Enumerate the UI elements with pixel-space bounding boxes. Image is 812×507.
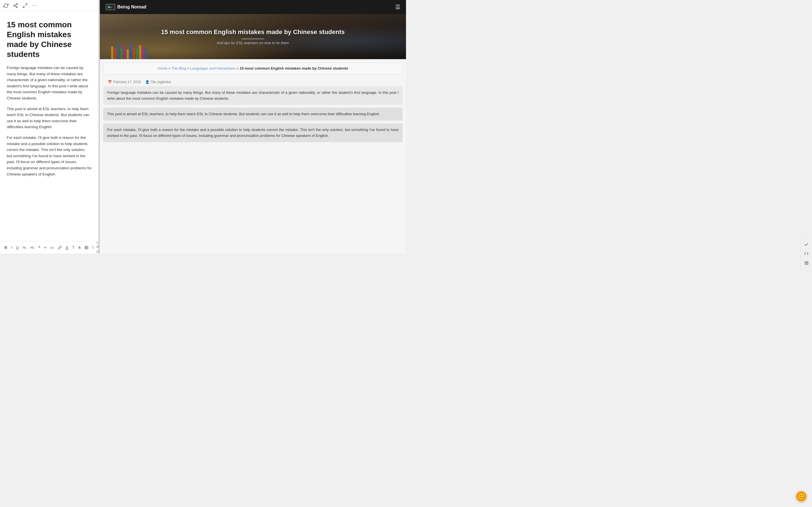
hero-subtitle: And tips for ESL teachers on how to fix …: [161, 41, 345, 45]
expand-icon[interactable]: [22, 3, 28, 8]
breadcrumb-sep-1: »: [168, 66, 170, 70]
svg-line-6: [23, 6, 24, 7]
font-button[interactable]: T: [71, 245, 75, 250]
ordered-list-button[interactable]: 1≡: [49, 245, 55, 250]
hero-title: 15 most common English mistakes made by …: [161, 28, 345, 36]
link-button[interactable]: [57, 245, 63, 250]
hamburger-menu-icon[interactable]: ☰: [395, 4, 400, 10]
breadcrumb-home-link[interactable]: Home: [158, 66, 167, 70]
right-preview-panel: 🌍 BN Being Nomad ☰ 15 most comm: [100, 0, 406, 253]
hero-text-area: 15 most common English mistakes made by …: [155, 25, 350, 48]
site-logo: 🌍 BN Being Nomad: [105, 4, 146, 10]
content-para-2: This post is aimed at ESL teachers, to h…: [103, 108, 403, 120]
left-article-body: Foreign language mistakes can be caused …: [7, 65, 92, 177]
hero-divider: [242, 39, 264, 39]
breadcrumb-sep-3: »: [237, 66, 239, 70]
svg-text:🌍: 🌍: [108, 6, 110, 8]
breadcrumb-text: Home » The Blog » Languages and Interact…: [108, 66, 398, 71]
text-underline-button[interactable]: A̲: [64, 245, 69, 250]
logo-icon: 🌍 BN: [105, 4, 116, 10]
calendar-icon: 📅: [108, 80, 112, 84]
svg-text:BN: BN: [110, 6, 112, 8]
post-date: 📅 February 17, 2019: [108, 80, 141, 84]
breadcrumb: Home » The Blog » Languages and Interact…: [103, 62, 403, 74]
svg-line-5: [26, 4, 27, 5]
strikethrough-button[interactable]: S̶: [77, 245, 82, 250]
blockquote-button[interactable]: ❝: [37, 245, 42, 250]
post-date-value: February 17, 2019: [113, 80, 141, 84]
breadcrumb-blog-link[interactable]: The Blog: [171, 66, 186, 70]
post-author: 👤 Ola Jagielska: [145, 80, 171, 84]
content-para-3: For each mistake, I'll give both a reaso…: [103, 123, 403, 142]
more-options-icon[interactable]: ···: [32, 3, 37, 8]
site-name: Being Nomad: [117, 4, 146, 10]
svg-line-4: [15, 4, 16, 5]
svg-rect-7: [85, 246, 88, 249]
h2-button[interactable]: H₂: [29, 245, 36, 250]
underline-button[interactable]: U: [15, 245, 20, 250]
content-para-1: Foreign language mistakes can be caused …: [103, 86, 403, 105]
bold-button[interactable]: B: [3, 245, 8, 250]
italic-button[interactable]: I: [10, 245, 13, 250]
breadcrumb-current: 15 most common English mistakes made by …: [240, 66, 348, 70]
left-article-title: 15 most common English mistakes made by …: [7, 20, 92, 59]
site-header: 🌍 BN Being Nomad ☰: [100, 0, 406, 14]
table-button[interactable]: [84, 245, 90, 250]
h1-button[interactable]: H₁: [21, 245, 28, 250]
left-para-1: Foreign language mistakes can be caused …: [7, 65, 92, 101]
post-author-value: Ola Jagielska: [151, 80, 171, 84]
author-icon: 👤: [145, 80, 149, 84]
left-para-3: For each mistake, I'll give both a reaso…: [7, 135, 92, 177]
breadcrumb-category-link[interactable]: Languages and Interactions: [190, 66, 236, 70]
post-content: Foreign language mistakes can be caused …: [100, 86, 406, 151]
post-meta: 📅 February 17, 2019 👤 Ola Jagielska: [103, 78, 403, 86]
unordered-list-button[interactable]: ≡: [43, 245, 48, 250]
clock-icon: ⏱: [91, 246, 94, 249]
share-icon[interactable]: [13, 3, 18, 8]
breadcrumb-sep-2: »: [187, 66, 189, 70]
left-bottom-toolbar: B I U H₁ H₂ ❝ ≡ 1≡ A̲ T S̶ ⏱ 129 单词 ▾: [0, 241, 98, 253]
refresh-icon[interactable]: [3, 3, 8, 8]
svg-line-3: [15, 6, 16, 7]
left-toolbar: ···: [0, 0, 98, 11]
left-content-area: 15 most common English mistakes made by …: [0, 11, 98, 253]
left-editor-panel: ··· 15 most common English mistakes made…: [0, 0, 99, 253]
hero-section: 15 most common English mistakes made by …: [100, 14, 406, 59]
left-para-2: This post is aimed at ESL teachers, to h…: [7, 106, 92, 130]
